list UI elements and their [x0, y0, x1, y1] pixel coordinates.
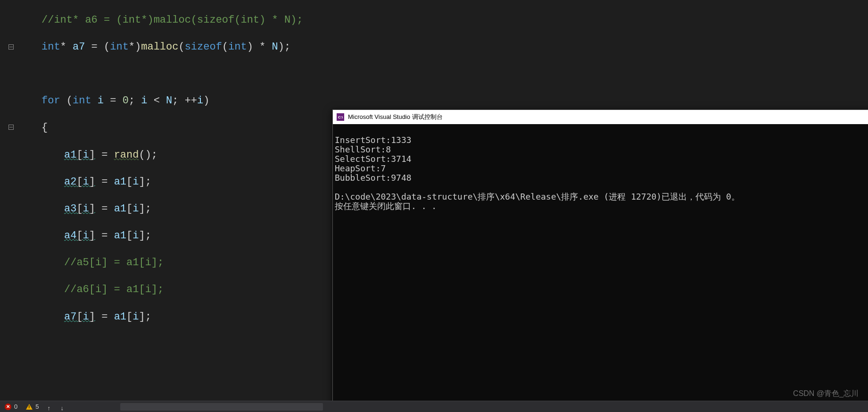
arrow-up-icon — [47, 404, 52, 409]
console-line: HeapSort:7 — [335, 163, 386, 173]
console-line: 按任意键关闭此窗口. . . — [335, 201, 437, 211]
warning-icon — [26, 404, 33, 410]
console-titlebar[interactable]: C:\ Microsoft Visual Studio 调试控制台 — [333, 110, 868, 124]
console-line: SelectSort:3714 — [335, 154, 412, 164]
horizontal-scrollbar[interactable] — [120, 403, 323, 411]
console-line: D:\code\2023\data-structure\排序\x64\Relea… — [335, 192, 740, 202]
status-bar: ✕ 0 5 ◀ — [0, 401, 868, 412]
vs-icon: C:\ — [337, 113, 344, 121]
errors-indicator[interactable]: ✕ 0 — [5, 403, 17, 410]
code-editor[interactable]: //int* a6 = (int*)malloc(sizeof(int) * N… — [0, 0, 332, 335]
warnings-indicator[interactable]: 5 — [26, 403, 39, 410]
code-comment: //int* a6 = (int*)malloc(sizeof(int) * N… — [41, 14, 303, 26]
watermark: CSDN @青色_忘川 — [793, 389, 859, 399]
warning-count: 5 — [35, 403, 39, 410]
arrow-down-icon — [60, 404, 65, 409]
debug-console-window[interactable]: C:\ Microsoft Visual Studio 调试控制台 Insert… — [332, 109, 868, 412]
error-icon: ✕ — [5, 404, 11, 410]
console-line: ShellSort:8 — [335, 144, 391, 154]
console-title: Microsoft Visual Studio 调试控制台 — [348, 113, 443, 121]
nav-down-button[interactable] — [60, 404, 65, 409]
console-line: BubbleSort:9748 — [335, 173, 412, 183]
console-line: InsertSort:1333 — [335, 135, 412, 145]
nav-up-button[interactable] — [47, 404, 52, 409]
error-count: 0 — [14, 403, 17, 410]
console-body: InsertSort:1333 ShellSort:8 SelectSort:3… — [333, 124, 868, 222]
